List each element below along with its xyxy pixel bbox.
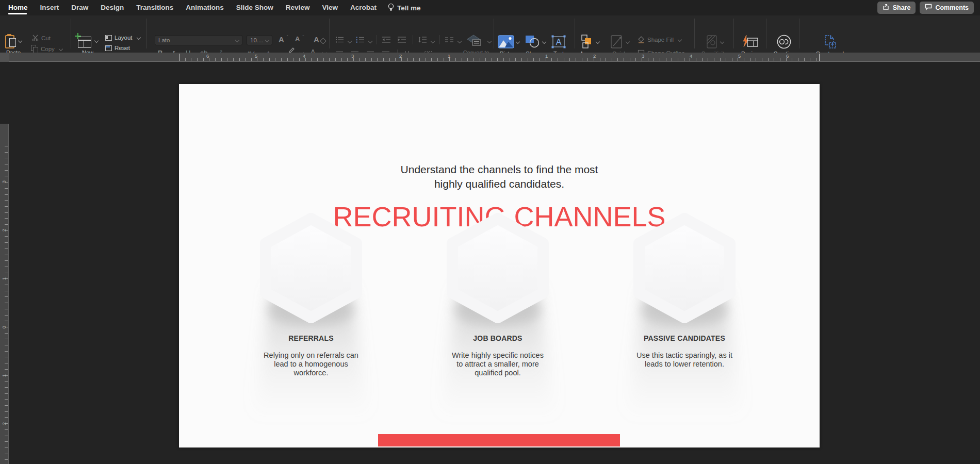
- new-slide-icon: [78, 37, 91, 48]
- powerpoint-window: Home Insert Draw Design Transitions Anim…: [0, 0, 980, 464]
- comments-label: Comments: [935, 4, 969, 11]
- increase-indent-icon: [397, 36, 406, 43]
- reset-button[interactable]: Reset: [105, 45, 130, 51]
- lightbulb-icon: [388, 3, 394, 13]
- shrink-font-button[interactable]: Aˇ: [295, 35, 304, 43]
- subtitle-line: highly qualified candidates.: [179, 177, 820, 191]
- picture-icon: [498, 35, 514, 48]
- slide[interactable]: RECRUITING CHANNELS Understand the chann…: [179, 84, 820, 448]
- sensitivity-icon: [705, 35, 718, 49]
- paste-clipboard-icon: [5, 34, 15, 47]
- numbering-icon: [356, 36, 365, 43]
- line-spacing-button[interactable]: [418, 36, 434, 45]
- paint-bucket-icon: [638, 36, 645, 43]
- columns-button[interactable]: [445, 36, 461, 45]
- columns-icon: [445, 36, 454, 43]
- card-job-boards[interactable]: JOB BOARDS Write highly specific notices…: [405, 211, 591, 438]
- ruler-number: 1: [1, 276, 7, 282]
- ruler-margin-tick: [179, 54, 179, 61]
- quick-styles-icon: [610, 35, 624, 49]
- increase-indent-button[interactable]: [397, 36, 406, 45]
- font-size-value: 10....: [250, 37, 264, 43]
- card-referrals[interactable]: REFERRALS Relying only on referrals can …: [218, 211, 404, 438]
- share-icon: [883, 4, 890, 12]
- ruler-number: 4: [690, 53, 692, 59]
- ruler-number: 1: [1, 373, 7, 379]
- layout-button[interactable]: Layout: [105, 35, 140, 41]
- ruler-number: 3: [351, 53, 354, 59]
- vertical-ruler[interactable]: 3 2 1 0 1 2 3: [0, 124, 9, 464]
- design-ideas-icon: [741, 35, 759, 49]
- card-body: Relying only on referrals can lead to a …: [218, 351, 404, 377]
- hexagon-shape: [592, 211, 777, 438]
- copy-icon: [31, 45, 38, 53]
- numbering-button[interactable]: [356, 36, 372, 45]
- reset-label: Reset: [115, 45, 130, 51]
- grow-font-button[interactable]: Aˆ: [279, 35, 288, 44]
- menu-home[interactable]: Home: [8, 0, 28, 15]
- hexagon-shape: [218, 211, 404, 438]
- ruler-number: 5: [738, 53, 741, 59]
- font-size-select[interactable]: 10....: [247, 35, 272, 45]
- divider: [766, 19, 766, 48]
- tell-me[interactable]: Tell me: [388, 3, 421, 13]
- copy-button[interactable]: Copy: [31, 45, 62, 53]
- clear-formatting-button[interactable]: A: [314, 35, 325, 44]
- divider: [733, 19, 734, 48]
- slide-subtitle[interactable]: Understand the channels to find the most…: [179, 162, 820, 191]
- decrease-indent-button[interactable]: [382, 36, 391, 45]
- editing-canvas[interactable]: 3 2 1 0 1 2 3 RECRUITING CHANNELS Unders…: [0, 62, 980, 464]
- menu-transitions[interactable]: Transitions: [136, 0, 173, 15]
- ribbon: Paste Cut Copy Format New Slide Layout R…: [0, 15, 980, 53]
- menu-slide-show[interactable]: Slide Show: [236, 0, 273, 15]
- ruler-number: 3: [1, 179, 7, 185]
- layout-label: Layout: [115, 35, 133, 41]
- menu-design[interactable]: Design: [101, 0, 124, 15]
- creative-cloud-icon: [776, 34, 792, 49]
- ruler-number: 2: [1, 421, 7, 427]
- horizontal-ruler[interactable]: 6 5 4 3 2 1 1 2 3 4 5 6: [0, 53, 980, 62]
- font-name-select[interactable]: Lato: [155, 35, 242, 45]
- scissors-icon: [32, 35, 39, 41]
- divider: [329, 19, 330, 48]
- subtitle-line: Understand the channels to find the most: [179, 162, 820, 177]
- menu-review[interactable]: Review: [286, 0, 310, 15]
- card-body: Write highly specific notices to attract…: [405, 351, 591, 377]
- card-heading: PASSIVE CANDIDATES: [592, 334, 777, 342]
- menu-animations[interactable]: Animations: [186, 0, 224, 15]
- cut-button[interactable]: Cut: [32, 35, 51, 41]
- bullets-button[interactable]: [335, 36, 351, 45]
- eraser-icon: [320, 38, 326, 44]
- layout-icon: [105, 35, 112, 41]
- reset-icon: [105, 45, 112, 51]
- bullets-icon: [335, 36, 344, 43]
- divider: [799, 19, 799, 48]
- menu-draw[interactable]: Draw: [71, 0, 88, 15]
- menu-items: Home Insert Draw Design Transitions Anim…: [0, 0, 377, 15]
- comments-button[interactable]: Comments: [920, 2, 974, 14]
- convert-smartart-button[interactable]: [465, 34, 491, 49]
- shape-fill-button[interactable]: Shape Fill: [638, 36, 681, 43]
- divider: [494, 19, 494, 48]
- share-button[interactable]: Share: [877, 2, 916, 14]
- ruler-number: 1: [545, 53, 548, 59]
- decrease-indent-icon: [382, 36, 391, 43]
- card-passive-candidates[interactable]: PASSIVE CANDIDATES Use this tactic spari…: [592, 211, 777, 438]
- shape-fill-label: Shape Fill: [647, 37, 674, 43]
- line-spacing-icon: [418, 36, 427, 43]
- ruler-margin-tick: [819, 54, 820, 61]
- svg-text:A: A: [556, 38, 562, 46]
- menu-acrobat[interactable]: Acrobat: [350, 0, 377, 15]
- cut-label: Cut: [41, 35, 51, 41]
- ruler-number: 6: [786, 53, 789, 59]
- ruler-ticks: [5, 146, 8, 464]
- ruler-ticks: [179, 58, 819, 61]
- ruler-number: 2: [1, 227, 7, 234]
- card-body: Use this tactic sparingly, as it leads t…: [592, 351, 777, 369]
- ruler-number: 5: [255, 53, 257, 59]
- accent-bar[interactable]: [378, 434, 620, 446]
- menu-view[interactable]: View: [322, 0, 338, 15]
- menu-insert[interactable]: Insert: [40, 0, 59, 15]
- window-actions: Share Comments: [877, 2, 974, 14]
- ruler-number: 1: [448, 53, 450, 59]
